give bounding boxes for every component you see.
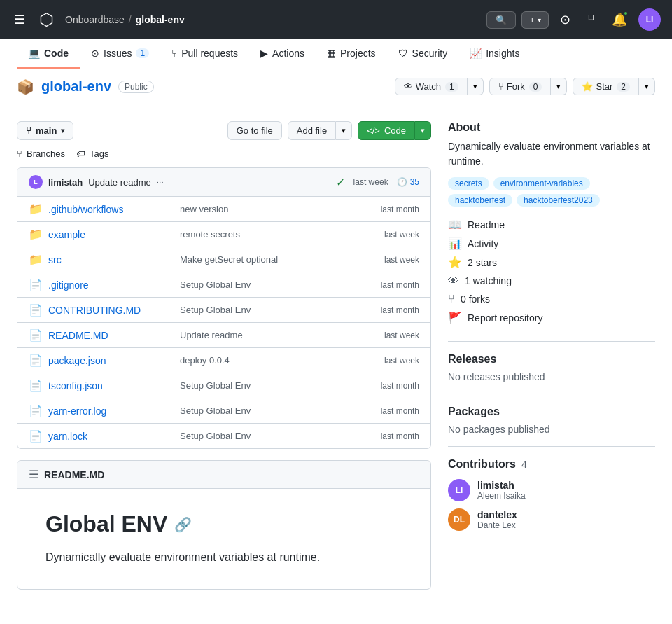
file-link[interactable]: README.MD	[48, 330, 108, 341]
tag-env-vars[interactable]: environment-variables	[493, 177, 590, 190]
file-time: last week	[356, 255, 419, 265]
file-icon: 📄	[29, 379, 43, 392]
contributors-count: 4	[522, 459, 527, 470]
add-file-button[interactable]: Add file	[288, 121, 336, 140]
fork-label: Fork	[507, 81, 525, 92]
fork-button[interactable]: ⑂ Fork 0	[489, 78, 552, 95]
issues-icon-button[interactable]: ⊙	[554, 9, 576, 30]
notifications-button[interactable]: 🔔	[606, 9, 633, 30]
repo-icon: 📦	[17, 78, 34, 95]
file-desc: Setup Global Env	[180, 279, 351, 290]
releases-empty: No releases published	[448, 371, 655, 382]
branch-chevron: ▾	[61, 127, 64, 134]
avatar[interactable]: LI	[638, 8, 661, 31]
file-desc: Setup Global Env	[180, 431, 351, 441]
file-link[interactable]: package.json	[48, 355, 106, 366]
go-to-file-button[interactable]: Go to file	[227, 121, 282, 140]
stars-link[interactable]: ⭐ 2 stars	[448, 256, 655, 269]
file-time: last week	[356, 331, 419, 340]
file-row-example: 📁 example remote secrets last week	[18, 222, 430, 247]
report-link[interactable]: 🚩 Report repository	[448, 311, 655, 324]
tab-security[interactable]: 🛡 Security	[387, 39, 459, 69]
add-file-dropdown[interactable]: ▾	[336, 121, 352, 140]
file-link[interactable]: .github/workflows	[48, 204, 123, 215]
file-desc: new version	[180, 204, 351, 214]
tag-hacktoberfest2023[interactable]: hacktoberfest2023	[517, 194, 600, 207]
packages-section: Packages No packages published	[448, 394, 655, 435]
tab-insights[interactable]: 📈 Insights	[458, 39, 531, 69]
fork-dropdown[interactable]: ▾	[551, 78, 567, 95]
star-icon: ⭐	[582, 81, 593, 92]
notification-dot	[623, 11, 629, 16]
hamburger-menu[interactable]: ☰	[11, 9, 28, 30]
list-icon: ☰	[29, 468, 38, 481]
actions-icon: ▶	[260, 48, 268, 59]
commit-dots[interactable]: ···	[157, 177, 164, 187]
search-button[interactable]: 🔍	[486, 11, 516, 29]
readme-anchor-link[interactable]: 🔗	[174, 516, 192, 533]
file-link[interactable]: CONTRIBUTING.MD	[48, 305, 141, 316]
repo-link[interactable]: global-env	[136, 14, 185, 25]
pullrequest-icon-button[interactable]: ⑂	[582, 10, 601, 30]
about-title: About	[448, 121, 655, 134]
forks-link[interactable]: ⑂ 0 forks	[448, 293, 655, 305]
watch-button[interactable]: 👁 Watch 1	[395, 78, 468, 95]
security-icon: 🛡	[398, 48, 408, 59]
file-time: last month	[356, 280, 419, 290]
readme-link[interactable]: 📖 Readme	[448, 218, 655, 231]
file-link[interactable]: example	[48, 229, 85, 240]
star-button[interactable]: ⭐ Star 2	[573, 78, 639, 95]
branch-selector[interactable]: ⑂ main ▾	[17, 121, 74, 140]
file-row-github-workflows: 📁 .github/workflows new version last mon…	[18, 197, 430, 222]
commit-author[interactable]: limistah	[48, 177, 83, 188]
file-name: example	[48, 229, 174, 240]
secondary-nav: 💻 Code ⊙ Issues 1 ⑂ Pull requests ▶ Acti…	[0, 39, 672, 69]
file-icon: 📄	[29, 354, 43, 367]
contributor-info-limistah: limistah Aleem Isaika	[477, 480, 526, 501]
breadcrumb: Onboardbase / global-env	[65, 14, 185, 25]
file-link[interactable]: yarn.lock	[48, 431, 88, 442]
about-section: About Dynamically evaluate environment v…	[448, 121, 655, 324]
branches-link[interactable]: ⑂ Branches	[17, 148, 65, 159]
contributor-dantelex[interactable]: DL dantelex Dante Lex	[448, 508, 655, 531]
tab-actions[interactable]: ▶ Actions	[249, 39, 316, 69]
pr-icon: ⑂	[172, 48, 177, 59]
tab-code[interactable]: 💻 Code	[17, 39, 80, 69]
file-link[interactable]: .gitignore	[48, 279, 89, 291]
file-desc: deploy 0.0.4	[180, 355, 351, 366]
file-link[interactable]: src	[48, 254, 62, 265]
file-name: src	[48, 254, 174, 265]
file-link[interactable]: tsconfig.json	[48, 380, 103, 391]
readme-section: ☰ README.MD Global ENV 🔗 Dynamically eva…	[17, 460, 431, 590]
about-description: Dynamically evaluate environment variabl…	[448, 139, 655, 169]
file-row-contributing: 📄 CONTRIBUTING.MD Setup Global Env last …	[18, 298, 430, 323]
file-name: CONTRIBUTING.MD	[48, 305, 174, 316]
code-button[interactable]: </> Code	[358, 121, 415, 140]
watch-dropdown[interactable]: ▾	[468, 78, 484, 95]
file-desc: Setup Global Env	[180, 405, 351, 416]
activity-link[interactable]: 📊 Activity	[448, 237, 655, 250]
tab-projects[interactable]: ▦ Projects	[316, 39, 387, 69]
code-dropdown[interactable]: ▾	[415, 121, 431, 140]
commit-history-link[interactable]: 🕐 35	[397, 177, 419, 187]
contributors-section: Contributors 4 LI limistah Aleem Isaika …	[448, 446, 655, 531]
tag-secrets[interactable]: secrets	[448, 177, 489, 190]
file-row-readme: 📄 README.MD Update readme last week	[18, 323, 430, 348]
org-link[interactable]: Onboardbase	[65, 14, 125, 25]
contributor-limistah[interactable]: LI limistah Aleem Isaika	[448, 479, 655, 501]
tab-pull-requests[interactable]: ⑂ Pull requests	[160, 39, 249, 69]
releases-section: Releases No releases published	[448, 341, 655, 382]
file-row-yarn-error: 📄 yarn-error.log Setup Global Env last m…	[18, 398, 430, 424]
top-nav: ☰ ⬡ Onboardbase / global-env 🔍 + ▾ ⊙ ⑂ 🔔…	[0, 0, 672, 39]
activity-icon: 📊	[448, 237, 462, 250]
tags-link[interactable]: 🏷 Tags	[76, 148, 108, 159]
plus-button[interactable]: + ▾	[522, 11, 549, 29]
tag-hacktoberfest[interactable]: hacktoberfest	[448, 194, 512, 207]
insights-icon: 📈	[470, 48, 482, 59]
watching-link[interactable]: 👁 1 watching	[448, 275, 655, 287]
tab-issues[interactable]: ⊙ Issues 1	[80, 39, 160, 69]
file-link[interactable]: yarn-error.log	[48, 405, 106, 417]
repo-name-link[interactable]: global-env	[41, 78, 111, 95]
star-dropdown[interactable]: ▾	[639, 78, 655, 95]
branches-icon: ⑂	[17, 148, 22, 159]
